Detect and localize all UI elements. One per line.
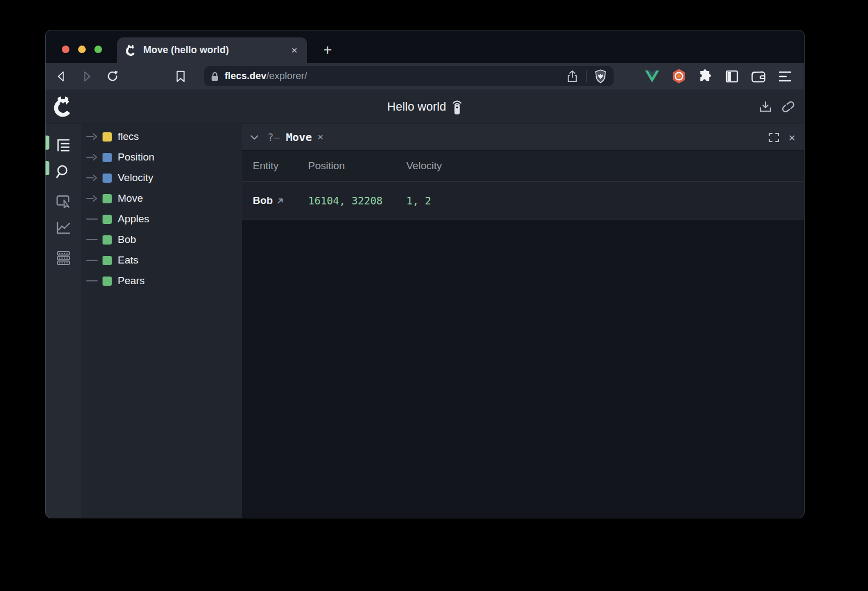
flecs-logo[interactable] <box>52 96 74 118</box>
leaf-connector <box>86 256 101 265</box>
address-bar[interactable]: flecs.dev/explorer/ <box>204 66 614 86</box>
stats-icon[interactable] <box>56 250 71 266</box>
browser-window: Move (hello world) × + flecs.dev/explore… <box>45 30 805 518</box>
remote-connected-icon[interactable] <box>451 99 462 115</box>
extensions-puzzle-icon[interactable] <box>698 69 712 83</box>
fullscreen-icon[interactable] <box>769 132 779 143</box>
query-tab-close-icon[interactable]: × <box>317 131 323 143</box>
tree-icon[interactable] <box>56 138 71 153</box>
download-icon[interactable] <box>759 100 772 113</box>
column-header-position[interactable]: Position <box>307 160 406 172</box>
page-header: Hello world <box>46 89 804 124</box>
entity-tree-panel: flecs Position Velocity Move Apples <box>81 124 242 518</box>
position-value: 16104, 32208 <box>307 195 406 207</box>
tree-item-apples[interactable]: Apples <box>81 209 242 229</box>
tree-item-label: Eats <box>118 254 138 266</box>
tree-item-move[interactable]: Move <box>81 188 242 209</box>
tree-item-position[interactable]: Position <box>81 147 242 168</box>
tree-item-flecs[interactable]: flecs <box>81 126 242 147</box>
tree-item-label: Position <box>118 151 155 163</box>
address-divider <box>586 70 586 82</box>
table-row[interactable]: Bob 16104, 32208 1, 2 <box>242 182 804 220</box>
expand-arrow-icon[interactable] <box>86 194 101 203</box>
url-host: flecs.dev <box>225 70 266 81</box>
entity-color-square <box>103 277 112 286</box>
page-title: Hello world <box>387 100 446 114</box>
share-icon[interactable] <box>566 70 578 83</box>
tree-item-bob[interactable]: Bob <box>81 229 242 250</box>
zoom-window-button[interactable] <box>94 46 102 53</box>
column-header-velocity[interactable]: Velocity <box>406 160 804 172</box>
icon-rail <box>46 124 81 518</box>
link-icon[interactable] <box>781 100 795 113</box>
tree-item-label: Apples <box>118 213 149 225</box>
tree-item-label: Move <box>118 192 143 204</box>
entity-color-square <box>103 256 112 265</box>
module-color-square <box>103 132 112 142</box>
back-icon[interactable] <box>54 69 68 83</box>
tree-item-pears[interactable]: Pears <box>81 271 242 291</box>
menu-icon[interactable] <box>778 69 792 83</box>
active-pill-search <box>46 161 49 175</box>
lock-icon <box>210 72 219 81</box>
column-header-entity[interactable]: Entity <box>242 160 307 172</box>
reload-icon[interactable] <box>105 69 119 83</box>
component-color-square <box>103 153 112 162</box>
vue-devtools-icon[interactable] <box>645 69 659 83</box>
leaf-connector <box>86 215 101 223</box>
url-path: /explorer/ <box>266 70 307 81</box>
query-results-empty-area <box>242 220 804 518</box>
inspect-icon[interactable] <box>56 194 71 209</box>
minimize-window-button[interactable] <box>78 46 86 53</box>
chart-icon[interactable] <box>56 220 71 235</box>
query-panel-tabbar: ?– Move × × <box>242 124 804 151</box>
tree-item-label: Pears <box>118 275 145 287</box>
expand-arrow-icon[interactable] <box>86 132 101 141</box>
tree-item-label: Velocity <box>118 172 153 184</box>
tree-item-label: Bob <box>118 234 136 246</box>
tree-item-velocity[interactable]: Velocity <box>81 168 242 188</box>
url-text: flecs.dev/explorer/ <box>225 70 307 82</box>
leaf-connector <box>86 277 101 285</box>
active-pill-tree <box>46 136 49 150</box>
entity-name[interactable]: Bob <box>253 195 273 207</box>
hex-extension-icon[interactable] <box>672 69 686 83</box>
tree-item-label: flecs <box>118 131 139 143</box>
traffic-lights <box>62 46 102 53</box>
query-tab-label[interactable]: Move <box>286 131 312 144</box>
browser-toolbar: flecs.dev/explorer/ <box>46 63 804 89</box>
brave-shield-icon[interactable] <box>594 69 607 83</box>
tab-close-icon[interactable]: × <box>289 43 299 57</box>
forward-icon[interactable] <box>80 69 94 83</box>
velocity-value: 1, 2 <box>406 195 804 207</box>
query-panel: ?– Move × × Entity Position Velocity Bob <box>242 124 804 518</box>
tree-item-eats[interactable]: Eats <box>81 250 242 271</box>
explorer-content: flecs Position Velocity Move Apples <box>46 124 804 518</box>
tab-title: Move (hello world) <box>143 44 289 56</box>
new-tab-button[interactable]: + <box>318 40 337 60</box>
chevron-down-icon[interactable] <box>251 135 258 140</box>
panel-close-icon[interactable]: × <box>789 132 795 143</box>
entity-color-square <box>103 235 112 245</box>
open-entity-arrow-icon[interactable] <box>277 197 284 204</box>
component-color-square <box>103 174 112 183</box>
extension-icons <box>645 69 794 83</box>
bookmark-icon[interactable] <box>174 69 188 83</box>
query-table-header: Entity Position Velocity <box>242 151 804 182</box>
tab-strip: Move (hello world) × + <box>46 30 804 63</box>
entity-color-square <box>103 215 112 224</box>
wallet-icon[interactable] <box>751 69 765 83</box>
search-icon[interactable] <box>56 164 71 179</box>
query-prefix: ?– <box>267 131 280 143</box>
expand-arrow-icon[interactable] <box>86 153 101 162</box>
close-window-button[interactable] <box>62 46 69 53</box>
browser-tab[interactable]: Move (hello world) × <box>117 37 307 63</box>
leaf-connector <box>86 235 101 244</box>
sidebar-toggle-icon[interactable] <box>725 69 739 83</box>
entity-color-square <box>103 194 112 203</box>
expand-arrow-icon[interactable] <box>86 174 101 182</box>
flecs-favicon <box>125 44 137 56</box>
